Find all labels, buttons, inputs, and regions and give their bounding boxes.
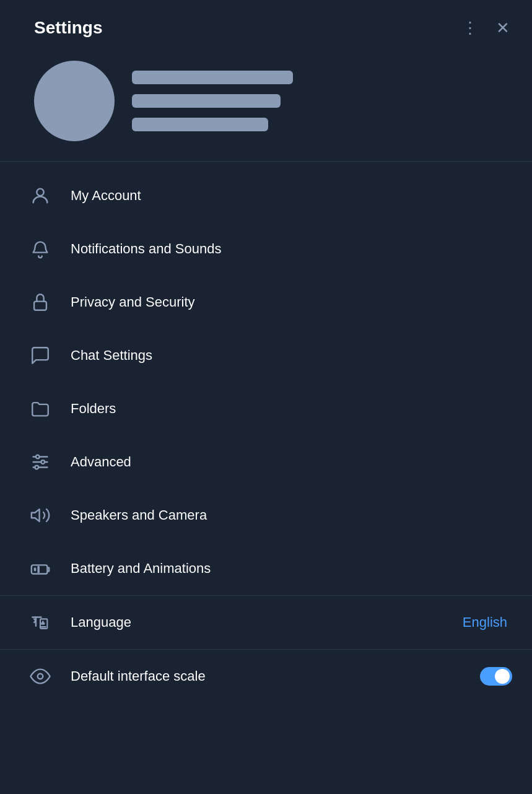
profile-line-2 xyxy=(132,94,281,108)
more-button[interactable]: ⋮ xyxy=(460,17,481,38)
sidebar-item-interface-scale[interactable]: Default interface scale xyxy=(0,650,532,703)
chat-icon xyxy=(27,342,53,369)
language-label: Language xyxy=(71,614,445,630)
advanced-label: Advanced xyxy=(71,454,512,470)
eye-icon xyxy=(27,663,53,689)
bell-icon xyxy=(27,236,53,262)
sidebar-item-my-account[interactable]: My Account xyxy=(0,169,532,222)
sidebar-item-chat-settings[interactable]: Chat Settings xyxy=(0,329,532,382)
folder-icon xyxy=(27,396,53,422)
sidebar-item-privacy[interactable]: Privacy and Security xyxy=(0,276,532,329)
header-actions: ⋮ ✕ xyxy=(460,17,512,38)
battery-animations-label: Battery and Animations xyxy=(71,561,512,577)
language-value: English xyxy=(463,614,507,630)
sidebar-item-speakers-camera[interactable]: Speakers and Camera xyxy=(0,489,532,542)
avatar xyxy=(34,61,115,141)
battery-icon xyxy=(27,556,53,582)
svg-marker-8 xyxy=(32,509,40,521)
profile-section[interactable] xyxy=(0,51,532,161)
menu-list: My Account Notifications and Sounds Priv… xyxy=(0,162,532,710)
notifications-label: Notifications and Sounds xyxy=(71,241,512,257)
header: Settings ⋮ ✕ xyxy=(0,0,532,51)
settings-panel: Settings ⋮ ✕ My xyxy=(0,0,532,794)
sidebar-item-advanced[interactable]: Advanced xyxy=(0,435,532,489)
interface-scale-label: Default interface scale xyxy=(71,668,463,684)
chat-settings-label: Chat Settings xyxy=(71,347,512,364)
svg-point-5 xyxy=(36,455,40,459)
language-icon xyxy=(27,609,53,635)
close-icon: ✕ xyxy=(496,19,510,37)
speakers-camera-label: Speakers and Camera xyxy=(71,507,512,523)
folders-label: Folders xyxy=(71,401,512,417)
svg-point-13 xyxy=(38,674,43,679)
close-button[interactable]: ✕ xyxy=(494,17,512,38)
account-icon xyxy=(27,183,53,209)
sidebar-item-folders[interactable]: Folders xyxy=(0,382,532,435)
my-account-label: My Account xyxy=(71,188,512,204)
privacy-label: Privacy and Security xyxy=(71,294,512,310)
svg-rect-1 xyxy=(34,302,46,310)
lock-icon xyxy=(27,289,53,315)
sidebar-item-language[interactable]: Language English xyxy=(0,596,532,649)
svg-point-6 xyxy=(41,460,45,464)
profile-line-3 xyxy=(132,118,268,131)
sliders-icon xyxy=(27,449,53,475)
interface-scale-toggle[interactable] xyxy=(480,667,512,686)
svg-point-7 xyxy=(35,466,39,469)
profile-lines xyxy=(132,71,512,131)
more-icon: ⋮ xyxy=(462,19,479,37)
page-title: Settings xyxy=(34,18,102,38)
profile-line-1 xyxy=(132,71,293,84)
sidebar-item-notifications[interactable]: Notifications and Sounds xyxy=(0,222,532,276)
speaker-icon xyxy=(27,502,53,528)
sidebar-item-battery-animations[interactable]: Battery and Animations xyxy=(0,542,532,595)
svg-point-0 xyxy=(37,189,43,196)
